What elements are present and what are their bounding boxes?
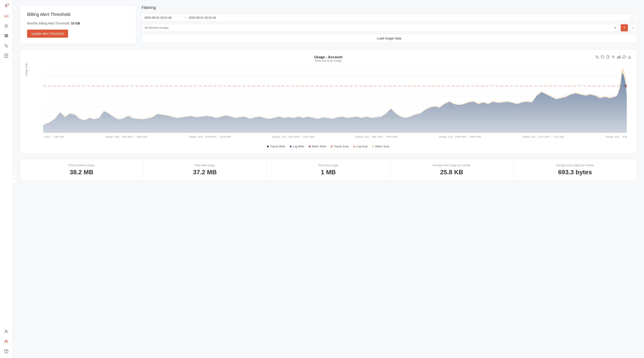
legend-metric-scan: Metric Scan — [372, 145, 390, 148]
billing-threshold-text: Monthly Billing Alert Threshold: 10 GB — [27, 22, 129, 25]
chevron-right-icon: › — [14, 178, 15, 180]
log-scan-label: Log Scan — [356, 145, 368, 148]
stat-total-write-label: Total write usage. — [149, 164, 261, 167]
add-filter-button[interactable]: + — [621, 24, 628, 31]
metric-write-dot — [309, 145, 310, 147]
svg-rect-4 — [4, 34, 8, 35]
sidebar-toggle[interactable]: › — [12, 174, 17, 184]
stat-total-scan: Total scan usage. 1 MB — [267, 159, 390, 180]
clear-filter-button[interactable]: × — [630, 24, 637, 31]
date-from-input[interactable] — [144, 16, 182, 19]
svg-text:Sep 21, 02:20 - 02:25: Sep 21, 02:20 - 02:25 — [272, 135, 314, 138]
sidebar-logo[interactable]: 𝑈 — [4, 3, 8, 9]
stat-total-scan-label: Total scan usage. — [272, 164, 384, 167]
svg-text:Sep 20, 23:00 - 23:05: Sep 20, 23:00 - 23:05 — [189, 135, 231, 138]
log-write-label: Log Write — [293, 145, 304, 148]
sidebar: 𝑈 — [0, 0, 12, 358]
chart-subtitle: Write and Scan Usage — [25, 59, 631, 62]
svg-text:Sep 21, 15:40 - 15:45: Sep 21, 15:40 - 15:45 — [606, 135, 627, 138]
bar-chart-icon[interactable] — [617, 55, 620, 60]
svg-point-11 — [5, 340, 6, 341]
date-arrow-icon: → — [184, 16, 187, 19]
refresh-icon[interactable] — [622, 55, 626, 60]
svg-text:Sep 21, 09:00 - 09:05: Sep 21, 09:00 - 09:05 — [439, 135, 481, 138]
chart-area-container: Usage (KB) — [43, 66, 627, 142]
chart-title: Usage - Account — [25, 55, 631, 59]
svg-rect-6 — [4, 37, 8, 37]
stat-avg-write: Average write usage per minute. 25.8 KB — [390, 159, 514, 180]
stat-avg-scan-value: 693.3 bytes — [519, 169, 631, 176]
rotate-left-icon[interactable] — [601, 55, 604, 60]
filtering-section: Filtering → All Service Groups ▾ + × Loa… — [142, 6, 637, 43]
stat-total-combined-label: Total combined usage. — [25, 164, 138, 167]
line-chart-icon[interactable] — [612, 55, 615, 60]
log-scan-dot — [353, 145, 355, 147]
chart-section: Usage - Account Write and Scan Usage — [20, 50, 637, 154]
stat-avg-write-label: Average write usage per minute. — [396, 164, 508, 167]
metric-scan-label: Metric Scan — [375, 145, 390, 148]
sidebar-item-team[interactable] — [2, 337, 10, 345]
update-alert-threshold-button[interactable]: Update Alert Threshold — [27, 30, 68, 38]
chart-header: Usage - Account Write and Scan Usage — [25, 55, 631, 62]
filter-row: All Service Groups ▾ + × — [142, 24, 637, 31]
chart-toolbar — [596, 55, 631, 60]
download-icon[interactable] — [628, 55, 631, 60]
svg-text:Sep 20, 16:20 - 16:25: Sep 20, 16:20 - 16:25 — [43, 135, 64, 138]
stats-row: Total combined usage. 38.2 MB Total writ… — [20, 159, 637, 181]
service-group-select[interactable]: All Service Groups ▾ — [142, 24, 619, 31]
top-section: Billing Alert Threshold Monthly Billing … — [20, 6, 637, 44]
svg-rect-17 — [617, 57, 618, 58]
sidebar-item-list[interactable] — [2, 32, 10, 40]
crop-icon[interactable] — [596, 55, 599, 60]
svg-rect-5 — [4, 36, 8, 36]
service-group-placeholder: All Service Groups — [144, 26, 168, 29]
threshold-label: Monthly Billing Alert Threshold: — [27, 22, 70, 25]
stat-total-write: Total write usage. 37.2 MB — [143, 159, 267, 180]
svg-text:Sep 20, 19:40 - 19:45: Sep 20, 19:40 - 19:45 — [105, 135, 147, 138]
legend-metric-write: Metric Write — [309, 145, 326, 148]
stat-total-write-value: 37.2 MB — [149, 169, 261, 176]
traces-scan-dot — [331, 145, 332, 147]
sidebar-item-list-detail[interactable] — [2, 22, 10, 30]
date-range-row: → — [142, 14, 637, 21]
date-to-input[interactable] — [189, 16, 226, 19]
stat-avg-scan-label: Average scan usage per minute. — [519, 164, 631, 167]
sidebar-item-integrations[interactable] — [2, 12, 10, 20]
sidebar-item-help[interactable] — [2, 347, 10, 355]
metric-scan-dot — [372, 145, 374, 147]
legend-traces-write: Traces Write — [267, 145, 285, 148]
log-write-dot — [290, 145, 292, 147]
load-usage-data-button[interactable]: Load Usage Data — [142, 34, 637, 43]
svg-point-0 — [6, 16, 7, 17]
chart-legend: Traces Write Log Write Metric Write Trac… — [25, 145, 631, 148]
svg-rect-16 — [618, 56, 619, 58]
stat-total-scan-value: 1 MB — [272, 169, 384, 176]
document-icon[interactable] — [606, 55, 610, 60]
traces-scan-label: Traces Scan — [334, 145, 349, 148]
svg-point-12 — [6, 340, 8, 341]
stat-avg-scan: Average scan usage per minute. 693.3 byt… — [514, 159, 636, 180]
sidebar-item-user[interactable] — [2, 327, 10, 335]
logo-dot — [5, 5, 7, 6]
sidebar-item-document[interactable] — [2, 52, 10, 60]
legend-traces-scan: Traces Scan — [331, 145, 349, 148]
main-content: Billing Alert Threshold Monthly Billing … — [12, 0, 644, 358]
billing-card: Billing Alert Threshold Monthly Billing … — [20, 6, 136, 44]
threshold-value: 10 GB — [71, 22, 80, 25]
stat-total-combined: Total combined usage. 38.2 MB — [20, 159, 143, 180]
svg-text:Sep 21, 05:40 - 05:45: Sep 21, 05:40 - 05:45 — [355, 135, 398, 138]
svg-text:Sep 21, 12:20 - 12:25: Sep 21, 12:20 - 12:25 — [522, 135, 564, 138]
date-checkbox[interactable] — [630, 16, 634, 19]
svg-rect-15 — [620, 56, 620, 58]
stat-avg-write-value: 25.8 KB — [396, 169, 508, 176]
billing-title: Billing Alert Threshold — [27, 12, 129, 17]
filtering-title: Filtering — [142, 6, 637, 10]
traces-write-label: Traces Write — [270, 145, 285, 148]
chevron-down-icon: ▾ — [614, 26, 616, 29]
metric-write-label: Metric Write — [312, 145, 326, 148]
chart-svg: 0 300 600 900 1,200 1,500 1,800 Alert Th… — [43, 66, 627, 142]
y-axis-label: Usage (KB) — [25, 63, 28, 76]
sidebar-item-chart[interactable] — [2, 42, 10, 50]
traces-write-dot — [267, 145, 269, 147]
svg-point-14 — [6, 352, 6, 352]
